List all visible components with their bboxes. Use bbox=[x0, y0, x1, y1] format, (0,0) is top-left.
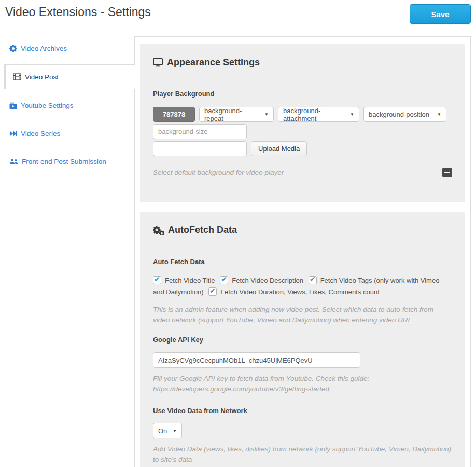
checkbox-box: ✔ bbox=[309, 276, 317, 284]
check-icon: ✔ bbox=[221, 275, 227, 283]
checkbox-label: Fetch Video Description bbox=[232, 277, 303, 284]
google-api-key-label: Google API Key bbox=[153, 336, 452, 344]
checkbox-box: ✔ bbox=[208, 287, 217, 296]
check-icon: ✔ bbox=[209, 286, 216, 295]
settings-sidebar: Video Archives Video Post bbox=[0, 36, 136, 192]
chevron-down-icon: ▼ bbox=[437, 112, 441, 117]
use-video-data-value: On bbox=[158, 427, 167, 435]
content-panel: Appearance Settings Player Background 78… bbox=[134, 36, 471, 467]
chevron-down-icon: ▼ bbox=[173, 429, 177, 433]
check-icon: ✔ bbox=[310, 275, 316, 283]
background-repeat-value: background-repeat bbox=[204, 107, 259, 122]
background-attachment-select[interactable]: background-attachment ▼ bbox=[278, 107, 359, 122]
use-video-data-label: Use Video Data from Network bbox=[153, 407, 452, 415]
background-position-value: background-position bbox=[369, 111, 429, 118]
player-background-help: Select default background for video play… bbox=[153, 168, 284, 178]
collapse-section-button[interactable] bbox=[442, 168, 452, 177]
sidebar-item-label: Video Archives bbox=[21, 45, 67, 52]
appearance-settings-section: Appearance Settings Player Background 78… bbox=[140, 44, 465, 202]
auto-fetch-help: This is an admin feature when adding new… bbox=[153, 305, 452, 325]
sidebar-item-label: Video Series bbox=[21, 130, 60, 138]
background-attachment-value: background-attachment bbox=[283, 107, 345, 122]
checkbox-box: ✔ bbox=[220, 276, 228, 284]
forward-icon bbox=[9, 130, 17, 137]
auto-fetch-data-label: Auto Fetch Data bbox=[153, 258, 452, 266]
autofetch-data-title: AutoFetch Data bbox=[168, 225, 237, 236]
settings-page: Video Extensions - Settings Save Appeara… bbox=[0, 0, 476, 467]
sidebar-item-label: Video Post bbox=[25, 73, 59, 81]
upload-media-button[interactable]: Upload Media bbox=[251, 141, 307, 156]
autofetch-data-heading: AutoFetch Data bbox=[153, 225, 452, 236]
background-repeat-select[interactable]: background-repeat ▼ bbox=[199, 107, 274, 122]
google-api-key-help: Fill your Google API key to fetch data f… bbox=[153, 374, 452, 394]
sidebar-item-video-post[interactable]: Video Post bbox=[4, 64, 135, 89]
checkbox-fetch-video-title[interactable]: ✔Fetch Video Title bbox=[153, 277, 215, 284]
check-icon: ✔ bbox=[154, 275, 160, 283]
sidebar-item-video-series[interactable]: Video Series bbox=[9, 130, 60, 138]
gear-icon bbox=[9, 45, 17, 52]
youtube-icon bbox=[9, 102, 17, 109]
checkbox-label: Fetch Video Duration, Views, Likes, Comm… bbox=[220, 288, 380, 296]
users-icon bbox=[9, 158, 18, 165]
use-video-data-help: Add Video Data (views, likes, dislikes) … bbox=[153, 444, 452, 465]
chevron-down-icon: ▼ bbox=[350, 112, 354, 117]
player-background-label: Player Background bbox=[153, 90, 452, 98]
save-button[interactable]: Save bbox=[410, 4, 471, 24]
checkbox-label: Fetch Video Title bbox=[165, 277, 215, 284]
use-video-data-select[interactable]: On ▼ bbox=[153, 423, 182, 438]
appearance-settings-heading: Appearance Settings bbox=[153, 57, 452, 68]
film-icon bbox=[13, 73, 21, 80]
sidebar-item-video-archives[interactable]: Video Archives bbox=[9, 45, 67, 52]
google-api-key-input[interactable] bbox=[153, 352, 360, 368]
monitor-icon bbox=[153, 58, 163, 67]
checkbox-fetch-video-duration[interactable]: ✔Fetch Video Duration, Views, Likes, Com… bbox=[208, 288, 380, 296]
sidebar-item-youtube-settings[interactable]: Youtube Settings bbox=[9, 102, 74, 109]
chevron-down-icon: ▼ bbox=[264, 112, 269, 117]
checkbox-fetch-video-description[interactable]: ✔Fetch Video Description bbox=[220, 277, 303, 284]
cogs-icon bbox=[153, 226, 164, 235]
page-title: Video Extensions - Settings bbox=[5, 5, 151, 19]
sidebar-item-label: Front-end Post Submission bbox=[22, 158, 106, 166]
appearance-settings-title: Appearance Settings bbox=[167, 57, 260, 68]
sidebar-item-label: Youtube Settings bbox=[21, 102, 74, 109]
sidebar-item-front-end-post-submission[interactable]: Front-end Post Submission bbox=[9, 158, 106, 166]
background-media-input[interactable] bbox=[153, 141, 247, 156]
checkbox-box: ✔ bbox=[153, 276, 161, 284]
background-position-select[interactable]: background-position ▼ bbox=[363, 107, 446, 122]
background-size-input[interactable] bbox=[153, 124, 247, 139]
background-color-swatch[interactable]: 787878 bbox=[153, 107, 195, 122]
autofetch-data-section: AutoFetch Data Auto Fetch Data ✔Fetch Vi… bbox=[140, 212, 465, 467]
